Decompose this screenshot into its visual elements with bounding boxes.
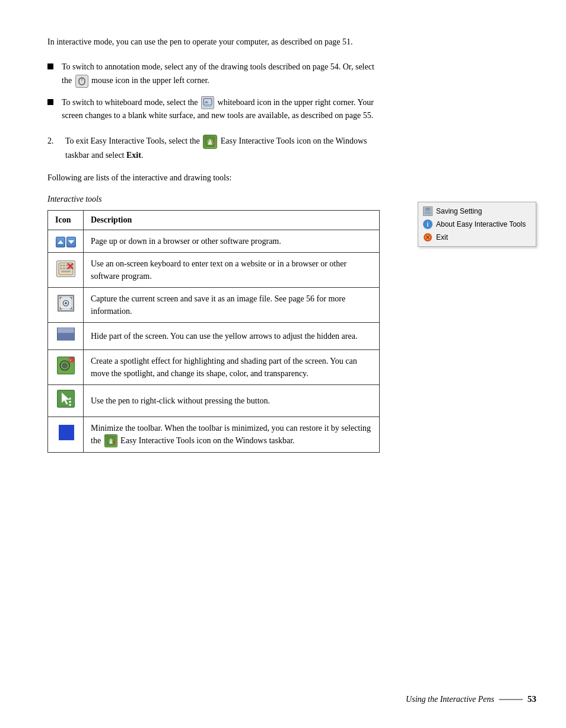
context-menu-item-saving[interactable]: Saving Setting: [418, 205, 536, 218]
icon-cell-minimize: [48, 417, 84, 453]
bullet-item-annotation: To switch to annotation mode, select any…: [47, 61, 380, 87]
table-row: Minimize the toolbar. When the toolbar i…: [48, 417, 380, 453]
eit-taskbar-icon: !: [203, 135, 217, 149]
context-menu-item-exit[interactable]: Exit: [418, 231, 536, 244]
svg-rect-3: [203, 105, 212, 107]
svg-rect-55: [425, 211, 431, 214]
svg-rect-28: [59, 297, 60, 299]
exit-icon: [423, 233, 433, 242]
table-header-row: Icon Description: [48, 210, 380, 230]
svg-point-47: [69, 403, 71, 406]
exit-label: Exit: [436, 233, 448, 241]
table-row: Capture the current screen and save it a…: [48, 287, 380, 322]
interactive-tools-table: Icon Description Page up or dow: [47, 210, 380, 453]
arrow-down-icon: [66, 237, 76, 247]
description-cell-minimize: Minimize the toolbar. When the toolbar i…: [84, 417, 380, 453]
whiteboard-icon: ab: [201, 96, 214, 109]
capture-icon: [58, 295, 74, 311]
svg-rect-37: [58, 333, 74, 340]
svg-rect-13: [66, 265, 68, 266]
description-cell-keyboard: Use an on-screen keyboard to enter text …: [84, 252, 380, 287]
svg-rect-36: [58, 328, 74, 333]
context-menu: Saving Setting i About Easy Interactive …: [418, 202, 536, 247]
numbered-item-2: 2. To exit Easy Interactive Tools, selec…: [47, 135, 380, 162]
svg-point-45: [69, 400, 71, 403]
description-cell-pageupdown: Page up or down in a browser or other so…: [84, 230, 380, 252]
page-content: In interactive mode, you can use the pen…: [0, 0, 427, 488]
svg-rect-52: [113, 441, 115, 443]
footer-italic-text: Using the Interactive Pens: [406, 695, 494, 704]
bullet-marker: [47, 63, 53, 69]
arrow-up-shape: [58, 240, 63, 244]
svg-rect-11: [60, 265, 62, 266]
item-2-text: To exit Easy Interactive Tools, select t…: [65, 135, 380, 162]
interactive-tools-heading: Interactive tools: [47, 195, 380, 204]
svg-rect-30: [71, 297, 72, 299]
spotlight-icon: i: [57, 357, 75, 374]
svg-rect-16: [63, 268, 65, 269]
icon-cell-spotlight: i: [48, 349, 84, 384]
description-cell-capture: Capture the current screen and save it a…: [84, 287, 380, 322]
saving-setting-label: Saving Setting: [436, 207, 482, 215]
description-cell-spotlight: Create a spotlight effect for highlighti…: [84, 349, 380, 384]
exit-bold: Exit: [126, 151, 141, 160]
arrow-up-icon: [56, 237, 65, 247]
about-label: About Easy Interactive Tools: [436, 220, 526, 228]
col-icon-header: Icon: [48, 210, 84, 230]
table-row: Page up or down in a browser or other so…: [48, 230, 380, 252]
bullet-whiteboard-text: To switch to whiteboard mode, select the…: [62, 96, 380, 123]
bullet-list: To switch to annotation mode, select any…: [47, 61, 380, 122]
item-number: 2.: [47, 135, 65, 148]
svg-point-46: [69, 398, 71, 400]
col-description-header: Description: [84, 210, 380, 230]
following-text: Following are lists of the interactive a…: [47, 171, 380, 185]
eit-icon-inline: [104, 434, 117, 447]
bullet-item-whiteboard: To switch to whiteboard mode, select the…: [47, 96, 380, 123]
icon-cell-capture: [48, 287, 84, 322]
svg-rect-12: [63, 265, 65, 266]
icon-cell-rightclick: [48, 384, 84, 417]
icon-cell-keyboard: [48, 252, 84, 287]
svg-rect-15: [60, 268, 62, 269]
svg-text:ab: ab: [205, 100, 208, 104]
intro-paragraph: In interactive mode, you can use the pen…: [47, 36, 380, 49]
table-row: i Create a spotlight effect for highligh…: [48, 349, 380, 384]
about-icon: i: [423, 220, 433, 229]
pageupdown-icon: [56, 237, 76, 247]
footer-page-number: 53: [527, 694, 536, 704]
bullet-marker-2: [47, 99, 53, 105]
svg-rect-54: [425, 208, 430, 211]
screenhide-icon: [57, 328, 75, 341]
svg-text:i: i: [70, 358, 71, 362]
minimize-icon: [59, 425, 73, 439]
arrow-down-shape: [68, 240, 74, 244]
rightclick-icon: [57, 390, 75, 408]
table-row: Hide part of the screen. You can use the…: [48, 322, 380, 349]
svg-point-26: [65, 302, 67, 304]
svg-text:!: !: [214, 142, 214, 145]
table-row: Use the pen to right-click without press…: [48, 384, 380, 417]
mouse-icon: [75, 75, 88, 88]
svg-rect-19: [61, 271, 71, 272]
bullet-annotation-text: To switch to annotation mode, select any…: [62, 61, 380, 87]
save-setting-icon: [423, 206, 433, 216]
footer-rule: [499, 699, 523, 700]
svg-point-40: [61, 361, 68, 368]
table-row: Use an on-screen keyboard to enter text …: [48, 252, 380, 287]
svg-rect-34: [71, 307, 72, 309]
svg-rect-32: [59, 307, 60, 309]
icon-cell-pageupdown: [48, 230, 84, 252]
page-footer: Using the Interactive Pens 53: [406, 694, 536, 704]
description-cell-screenhide: Hide part of the screen. You can use the…: [84, 322, 380, 349]
icon-cell-screenhide: [48, 322, 84, 349]
description-cell-rightclick: Use the pen to right-click without press…: [84, 384, 380, 417]
svg-rect-48: [59, 425, 74, 440]
keyboard-icon: [56, 260, 75, 277]
context-menu-item-about[interactable]: i About Easy Interactive Tools: [418, 218, 536, 231]
